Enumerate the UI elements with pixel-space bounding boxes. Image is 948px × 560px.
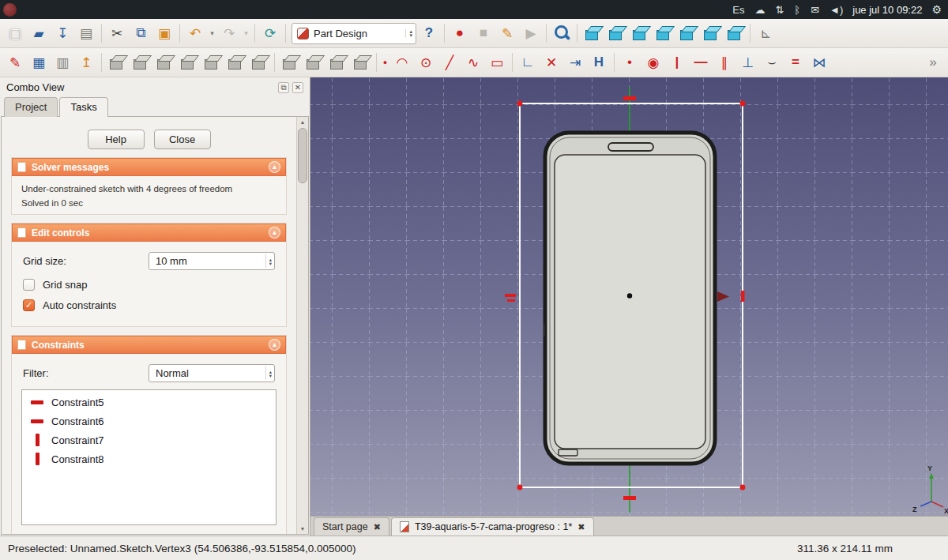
workbench-spinner-icon[interactable]: ▴▾: [405, 29, 412, 37]
mail-icon[interactable]: ✉: [811, 5, 819, 15]
scrollbar-thumb[interactable]: [298, 128, 307, 183]
panel-close-icon[interactable]: ✕: [292, 82, 303, 93]
pocket-icon[interactable]: [201, 51, 223, 73]
constraint-item[interactable]: Constraint8: [22, 449, 276, 468]
bluetooth-icon[interactable]: ᛒ: [794, 5, 800, 15]
paste-icon[interactable]: ▣: [153, 22, 175, 44]
redo-menu-icon[interactable]: ▾: [242, 22, 250, 44]
pad-icon[interactable]: [106, 51, 128, 73]
sketch-canvas[interactable]: Y X Z: [310, 77, 948, 516]
symmetry-marker-top[interactable]: [623, 96, 636, 100]
save-icon[interactable]: ↧: [51, 22, 73, 44]
constrain-tangent-icon[interactable]: ⌣: [761, 51, 783, 73]
constrain-vertical-icon[interactable]: |: [666, 51, 688, 73]
trim-icon[interactable]: ✕: [540, 51, 562, 73]
front-view-icon[interactable]: [605, 22, 627, 44]
line-icon[interactable]: ╱: [438, 51, 461, 73]
hole-icon[interactable]: [224, 51, 246, 73]
mdi-tab-start-page[interactable]: Start page ✖: [314, 517, 389, 536]
solver-messages-header[interactable]: Solver messages ▲: [12, 158, 286, 176]
measure-icon[interactable]: ⊾: [754, 22, 777, 44]
whatsthis-icon[interactable]: ?: [418, 22, 440, 44]
extend-icon[interactable]: ⇥: [564, 51, 586, 73]
arc-icon[interactable]: ◠: [391, 51, 413, 73]
close-button[interactable]: Close: [154, 130, 211, 149]
refresh-icon[interactable]: ⟳: [259, 22, 281, 44]
fillet-icon[interactable]: ∟: [517, 51, 539, 73]
zoom-fit-icon[interactable]: [551, 22, 573, 44]
sketch-vertex-bottomleft[interactable]: [517, 485, 523, 490]
panel-float-icon[interactable]: ⧉: [278, 82, 289, 93]
mirrored-icon[interactable]: [279, 51, 301, 73]
3d-viewport[interactable]: Y X Z: [310, 77, 948, 516]
constrain-equal-icon[interactable]: =: [784, 51, 807, 73]
external-geometry-icon[interactable]: H: [588, 51, 610, 73]
edit-sketch-icon[interactable]: ▦: [28, 51, 50, 73]
left-view-icon[interactable]: [724, 22, 746, 44]
right-view-icon[interactable]: [653, 22, 675, 44]
multitransform-icon[interactable]: [350, 51, 372, 73]
new-file-icon[interactable]: ▢: [4, 22, 26, 44]
revolution-icon[interactable]: [130, 51, 152, 73]
create-sketch-icon[interactable]: ✎: [4, 51, 26, 73]
macro-stop-icon[interactable]: ■: [472, 22, 495, 44]
cloud-sync-icon[interactable]: ☁: [754, 5, 765, 15]
undo-icon[interactable]: ↶: [184, 22, 206, 44]
point-icon[interactable]: ●: [381, 51, 389, 73]
symmetry-marker-bottom[interactable]: [623, 496, 636, 500]
polyline-icon[interactable]: ∿: [462, 51, 484, 73]
open-file-icon[interactable]: ▰: [28, 22, 50, 44]
speaker-slot[interactable]: [608, 143, 653, 151]
close-tab-icon[interactable]: ✖: [374, 522, 381, 532]
rear-view-icon[interactable]: [676, 22, 698, 44]
bottom-view-icon[interactable]: [700, 22, 722, 44]
symmetry-marker-left-2[interactable]: [507, 299, 515, 302]
mdi-tab-document[interactable]: T39-aquaris-5-7-cama-progreso : 1* ✖: [391, 517, 594, 536]
edit-controls-header[interactable]: Edit controls ▲: [12, 224, 286, 242]
auto-constraints-checkbox[interactable]: ✓: [23, 299, 35, 311]
constrain-parallel-icon[interactable]: ∥: [713, 51, 735, 73]
symmetry-marker-left[interactable]: [505, 294, 516, 297]
keyboard-layout-indicator[interactable]: Es: [732, 5, 744, 15]
sketch-vertex-bottomright[interactable]: [740, 485, 746, 490]
leave-sketch-icon[interactable]: ↥: [75, 51, 97, 73]
app-menu-icon[interactable]: [3, 3, 17, 17]
clock[interactable]: jue jul 10 09:22: [852, 4, 922, 16]
constrain-coincident-icon[interactable]: •: [619, 51, 641, 73]
constraint-filter-select[interactable]: Normal ▴▾: [149, 364, 275, 382]
constraints-header[interactable]: Constraints ▲: [12, 336, 286, 354]
macro-record-icon[interactable]: ●: [449, 22, 471, 44]
sketch-vertex-topleft[interactable]: [517, 101, 523, 107]
map-sketch-icon[interactable]: ▥: [51, 51, 73, 73]
scrollbar-down-icon[interactable]: ▼: [298, 524, 307, 534]
scrollbar-up-icon[interactable]: ▲: [298, 117, 307, 127]
undo-menu-icon[interactable]: ▾: [208, 22, 216, 44]
top-view-icon[interactable]: [629, 22, 651, 44]
grid-size-spinbox[interactable]: 10 mm ▴▾: [149, 252, 275, 270]
copy-icon[interactable]: ⧉: [130, 22, 152, 44]
macro-play-icon[interactable]: ▶: [520, 22, 542, 44]
collapse-section-icon[interactable]: ▲: [269, 339, 280, 351]
polar-pattern-icon[interactable]: [326, 51, 348, 73]
print-icon[interactable]: ▤: [75, 22, 97, 44]
collapse-section-icon[interactable]: ▲: [269, 161, 280, 173]
combobox-arrows-icon[interactable]: ▴▾: [265, 366, 272, 380]
toolbar-overflow-icon[interactable]: »: [922, 51, 944, 73]
tab-project[interactable]: Project: [4, 97, 58, 117]
network-updown-icon[interactable]: ⇅: [775, 5, 784, 15]
constrain-perpendicular-icon[interactable]: ⊥: [737, 51, 759, 73]
session-menu-gear-icon[interactable]: ⚙: [931, 3, 942, 16]
additive-loft-icon[interactable]: [153, 51, 175, 73]
collapse-section-icon[interactable]: ▲: [269, 227, 280, 239]
groove-icon[interactable]: [248, 51, 270, 73]
circle-icon[interactable]: ⊙: [415, 51, 437, 73]
constrain-symmetric-icon[interactable]: ⋈: [808, 51, 830, 73]
spinbox-arrows-icon[interactable]: ▴▾: [265, 254, 272, 268]
rectangle-icon[interactable]: ▭: [486, 51, 508, 73]
linear-pattern-icon[interactable]: [303, 51, 325, 73]
panel-scrollbar[interactable]: ▲ ▼: [296, 117, 308, 534]
workbench-selector[interactable]: Part Design ▴▾: [292, 23, 416, 44]
grid-snap-checkbox[interactable]: [23, 279, 35, 291]
additive-pipe-icon[interactable]: [177, 51, 199, 73]
macro-edit-icon[interactable]: ✎: [496, 22, 518, 44]
